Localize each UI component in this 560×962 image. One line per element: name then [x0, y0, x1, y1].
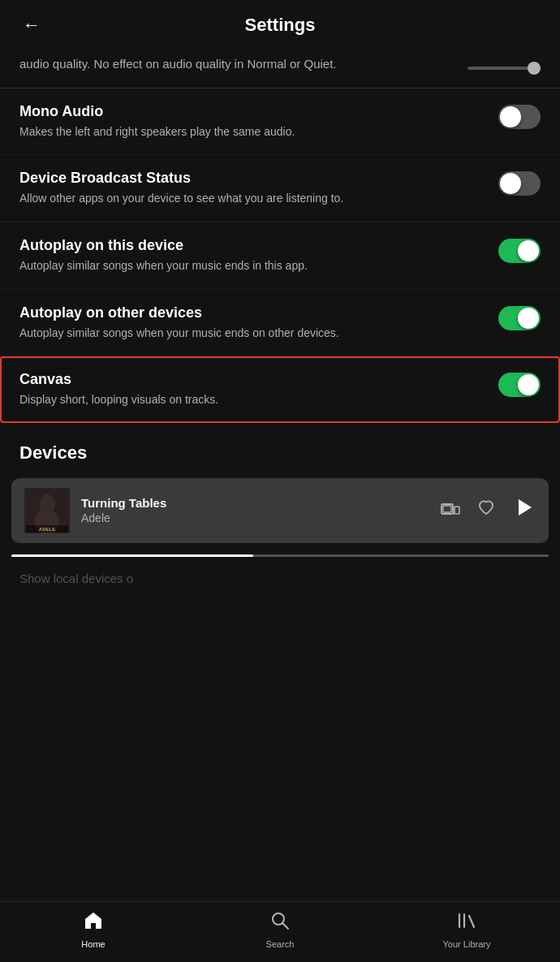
setting-desc-mono-audio: Makes the left and right speakers play t…	[19, 124, 482, 140]
bottom-nav: Home Search Your Library	[0, 901, 560, 962]
cast-icon[interactable]	[440, 500, 461, 521]
svg-line-12	[283, 924, 289, 930]
header: ← Settings	[0, 0, 560, 47]
quality-slider[interactable]	[467, 67, 541, 70]
svg-line-15	[469, 916, 474, 927]
play-button[interactable]	[511, 495, 536, 525]
album-art-image: ADELE	[24, 488, 70, 533]
track-artist: Adele	[81, 511, 429, 524]
page-title: Settings	[245, 15, 316, 36]
devices-title: Devices	[19, 442, 87, 463]
setting-row-autoplay-other[interactable]: Autoplay on other devicesAutoplay simila…	[0, 290, 560, 357]
partial-setting-row: audio quality. No effect on audio qualit…	[0, 47, 560, 88]
setting-title-autoplay-this: Autoplay on this device	[19, 237, 482, 254]
show-devices-text: Show local devices o	[19, 572, 133, 585]
home-icon	[83, 910, 104, 936]
setting-text-mono-audio: Mono AudioMakes the left and right speak…	[19, 103, 498, 140]
toggle-autoplay-this[interactable]	[498, 239, 541, 263]
progress-fill	[11, 554, 253, 557]
settings-content: audio quality. No effect on audio qualit…	[0, 47, 560, 597]
svg-text:ADELE: ADELE	[39, 527, 55, 532]
setting-desc-autoplay-this: Autoplay similar songs when your music e…	[19, 258, 482, 274]
setting-text-device-broadcast: Device Broadcast StatusAllow other apps …	[19, 170, 498, 207]
toggle-autoplay-other[interactable]	[498, 306, 541, 330]
nav-item-search[interactable]: Search	[248, 910, 312, 949]
nav-item-library[interactable]: Your Library	[434, 910, 499, 949]
player-controls	[440, 495, 536, 525]
now-playing-bar[interactable]: ADELE Turning Tables Adele	[11, 478, 549, 543]
svg-rect-7	[443, 506, 451, 512]
setting-title-mono-audio: Mono Audio	[19, 103, 482, 120]
nav-home-label: Home	[81, 939, 105, 949]
like-icon[interactable]	[476, 498, 497, 524]
setting-text-autoplay-this: Autoplay on this deviceAutoplay similar …	[19, 237, 498, 274]
progress-bar	[11, 554, 549, 557]
svg-marker-10	[519, 499, 532, 516]
setting-text-canvas: CanvasDisplay short, looping visuals on …	[19, 371, 498, 408]
setting-title-autoplay-other: Autoplay on other devices	[19, 304, 482, 321]
toggle-mono-audio[interactable]	[498, 105, 541, 129]
library-icon	[456, 910, 477, 936]
svg-rect-8	[454, 507, 459, 514]
setting-desc-device-broadcast: Allow other apps on your device to see w…	[19, 191, 482, 207]
setting-text-autoplay-other: Autoplay on other devicesAutoplay simila…	[19, 304, 498, 342]
track-info: Turning Tables Adele	[81, 496, 429, 524]
show-devices-row: Show local devices o	[0, 560, 560, 597]
settings-list: Mono AudioMakes the left and right speak…	[0, 88, 560, 423]
setting-desc-canvas: Display short, looping visuals on tracks…	[19, 392, 482, 408]
toggle-device-broadcast[interactable]	[498, 171, 541, 196]
track-name: Turning Tables	[81, 496, 429, 510]
setting-row-device-broadcast[interactable]: Device Broadcast StatusAllow other apps …	[0, 155, 560, 222]
nav-search-label: Search	[266, 939, 295, 949]
setting-title-device-broadcast: Device Broadcast Status	[19, 170, 482, 187]
nav-library-label: Your Library	[443, 939, 491, 949]
devices-section-header: Devices	[0, 423, 560, 472]
search-icon	[269, 910, 291, 936]
album-art: ADELE	[24, 488, 70, 533]
partial-setting-text: audio quality. No effect on audio qualit…	[19, 57, 337, 71]
setting-row-autoplay-this[interactable]: Autoplay on this deviceAutoplay similar …	[0, 222, 560, 290]
nav-item-home[interactable]: Home	[61, 910, 126, 949]
toggle-canvas[interactable]	[498, 373, 541, 397]
back-button[interactable]: ←	[16, 11, 47, 39]
setting-desc-autoplay-other: Autoplay similar songs when your music e…	[19, 326, 482, 342]
setting-title-canvas: Canvas	[19, 371, 482, 388]
setting-row-mono-audio[interactable]: Mono AudioMakes the left and right speak…	[0, 88, 560, 156]
setting-row-canvas[interactable]: CanvasDisplay short, looping visuals on …	[0, 356, 560, 423]
